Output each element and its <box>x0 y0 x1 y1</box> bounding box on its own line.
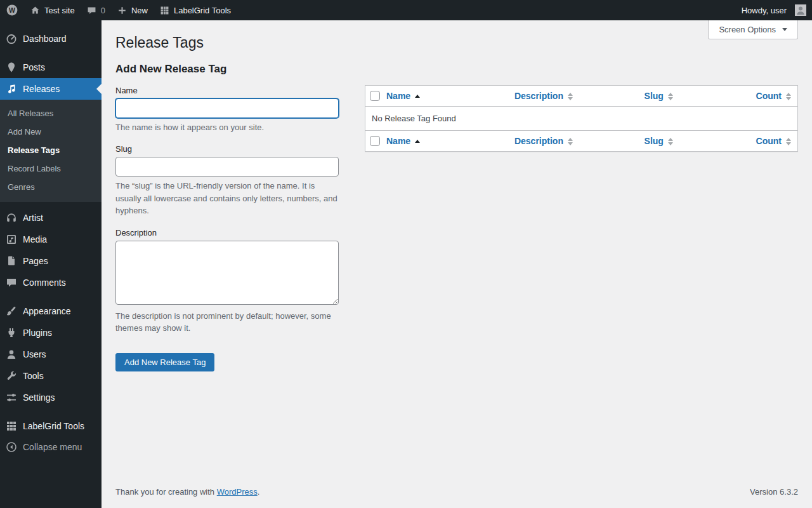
sort-by-description-link[interactable]: Description <box>514 91 573 101</box>
footer-column-label-count: Count <box>756 136 782 146</box>
footer-column-label-slug: Slug <box>645 136 664 146</box>
column-label-description: Description <box>514 91 563 101</box>
sidebar-item-settings[interactable]: Settings <box>0 387 102 408</box>
admin-menu: Dashboard Posts Releases <box>0 28 102 457</box>
sidebar-item-tools[interactable]: Tools <box>0 365 102 387</box>
collapse-menu-button[interactable]: Collapse menu <box>0 437 102 457</box>
page-frame: Dashboard Posts Releases <box>0 0 812 508</box>
sidebar-label-tools: Tools <box>23 371 44 381</box>
collapse-arrow-icon <box>5 441 18 453</box>
description-textarea[interactable] <box>115 241 339 305</box>
labelgrid-tools-toolbar-link[interactable]: LabelGrid Tools <box>154 0 237 20</box>
screen-options-button[interactable]: Screen Options <box>708 20 798 39</box>
table-footer-row: Name Description <box>365 130 798 151</box>
footer-column-header-count: Count <box>750 130 798 151</box>
dashboard-icon <box>5 32 18 45</box>
form-heading: Add New Release Tag <box>115 63 339 76</box>
sidebar-item-users[interactable]: Users <box>0 344 102 365</box>
column-label-slug: Slug <box>645 91 664 101</box>
footer-sort-by-slug-link[interactable]: Slug <box>645 136 673 146</box>
tags-list-column: Name Description <box>365 63 798 152</box>
sidebar-item-comments[interactable]: Comments <box>0 272 102 293</box>
menu-separator <box>0 50 102 57</box>
slug-help-text: The “slug” is the URL-friendly version o… <box>115 180 339 217</box>
brush-icon <box>5 305 18 318</box>
sidebar-label-posts: Posts <box>23 62 45 72</box>
select-all-checkbox[interactable] <box>370 91 380 101</box>
footer-sort-by-name-link[interactable]: Name <box>386 136 420 146</box>
sort-indicator-asc <box>415 95 420 98</box>
music-note-icon <box>5 83 18 95</box>
sidebar-item-plugins[interactable]: Plugins <box>0 322 102 344</box>
sort-indicator <box>786 138 791 145</box>
footer-thanks-text: Thank you for creating with <box>115 487 214 497</box>
sort-by-count-link[interactable]: Count <box>756 91 791 101</box>
sidebar-item-posts[interactable]: Posts <box>0 57 102 78</box>
settings-sliders-icon <box>5 391 18 404</box>
footer-sort-by-count-link[interactable]: Count <box>756 136 791 146</box>
add-tag-form: Add New Release Tag Name The name is how… <box>115 63 339 371</box>
content-columns: Add New Release Tag Name The name is how… <box>115 63 798 479</box>
column-header-count: Count <box>750 85 798 106</box>
wordpress-logo-menu[interactable]: W <box>0 0 24 20</box>
labelgrid-toolbar-label: LabelGrid Tools <box>174 6 231 15</box>
comments-link[interactable]: 0 <box>81 0 111 20</box>
collapse-menu-label: Collapse menu <box>23 442 82 452</box>
header-checkbox-cell <box>365 85 381 106</box>
sidebar-item-pages[interactable]: Pages <box>0 250 102 272</box>
sidebar-item-dashboard[interactable]: Dashboard <box>0 28 102 50</box>
submenu-item-genres[interactable]: Genres <box>0 178 102 196</box>
sidebar-item-artist[interactable]: Artist <box>0 207 102 229</box>
sidebar-label-plugins: Plugins <box>23 328 52 338</box>
submenu-item-record-labels[interactable]: Record Labels <box>0 159 102 178</box>
users-icon <box>5 348 18 361</box>
screen-options-label: Screen Options <box>719 25 776 34</box>
sort-indicator <box>668 138 673 145</box>
footer-column-header-slug: Slug <box>638 130 750 151</box>
headphones-icon <box>5 211 18 224</box>
grid-icon <box>159 5 170 16</box>
sort-indicator <box>786 93 791 100</box>
slug-field-group: Slug The “slug” is the URL-friendly vers… <box>115 144 339 217</box>
wordpress-link[interactable]: WordPress <box>217 487 258 497</box>
media-icon <box>5 233 18 246</box>
admin-sidebar: Dashboard Posts Releases <box>0 20 102 508</box>
page-title: Release Tags <box>115 34 798 53</box>
slug-input[interactable] <box>115 157 339 177</box>
sort-by-name-link[interactable]: Name <box>386 91 420 101</box>
footer-column-label-description: Description <box>514 136 563 146</box>
site-name-link[interactable]: Test site <box>24 0 81 20</box>
home-icon <box>30 5 41 16</box>
footer-thanks-suffix: . <box>258 487 260 497</box>
description-label: Description <box>115 228 339 237</box>
sort-by-slug-link[interactable]: Slug <box>645 91 673 101</box>
sidebar-label-artist: Artist <box>23 213 43 223</box>
table-header-row: Name Description <box>365 85 798 106</box>
submenu-item-release-tags[interactable]: Release Tags <box>0 141 102 159</box>
new-content-link[interactable]: New <box>111 0 154 20</box>
submenu-item-all-releases[interactable]: All Releases <box>0 104 102 123</box>
sidebar-item-media[interactable]: Media <box>0 229 102 250</box>
sidebar-label-users: Users <box>23 349 46 359</box>
sidebar-item-appearance[interactable]: Appearance <box>0 300 102 322</box>
site-name-label: Test site <box>44 6 75 15</box>
footer-column-header-description: Description <box>508 130 638 151</box>
chevron-down-icon <box>782 28 787 31</box>
releases-submenu: All Releases Add New Release Tags Record… <box>0 100 102 202</box>
admin-bar-left: W Test site 0 New LabelGrid Tools <box>0 0 237 20</box>
menu-separator <box>0 408 102 415</box>
select-all-checkbox-footer[interactable] <box>370 136 380 146</box>
footer-sort-by-description-link[interactable]: Description <box>514 136 573 146</box>
footer-thanks: Thank you for creating with WordPress. <box>115 487 259 497</box>
name-input[interactable] <box>115 98 339 118</box>
sidebar-item-labelgrid-tools[interactable]: LabelGrid Tools <box>0 415 102 437</box>
add-new-release-tag-button[interactable]: Add New Release Tag <box>115 353 214 371</box>
submenu-item-add-new[interactable]: Add New <box>0 123 102 141</box>
admin-bar: W Test site 0 New LabelGrid Tools <box>0 0 812 20</box>
sort-indicator <box>568 138 573 145</box>
pin-icon <box>5 61 18 74</box>
footer-column-header-name: Name <box>380 130 508 151</box>
sidebar-item-releases[interactable]: Releases <box>0 78 102 100</box>
name-label: Name <box>115 86 339 95</box>
account-menu[interactable]: Howdy, user <box>736 0 812 20</box>
